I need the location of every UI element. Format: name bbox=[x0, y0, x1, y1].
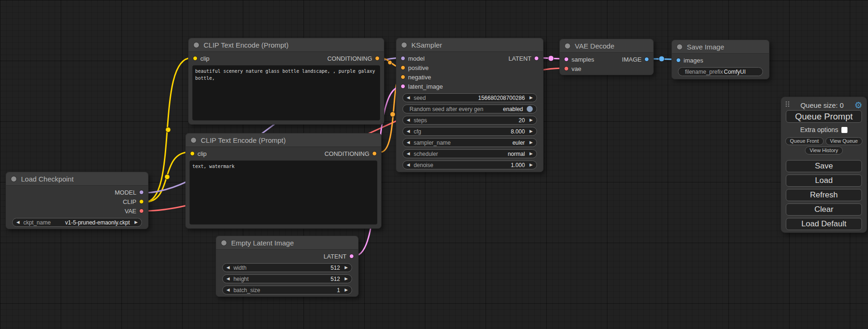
node-clip-text-encode-negative[interactable]: CLIP Text Encode (Prompt) clip CONDITION… bbox=[185, 133, 381, 229]
ckpt-name-widget[interactable]: ◀ ckpt_name v1-5-pruned-emaonly.ckpt ▶ bbox=[12, 218, 142, 227]
output-slot-image[interactable]: IMAGE bbox=[622, 56, 649, 63]
height-widget[interactable]: ◀ height 512 ▶ bbox=[222, 274, 352, 283]
node-save-image[interactable]: Save Image images filename_prefix ComfyU… bbox=[671, 40, 769, 79]
drag-handle-icon[interactable] bbox=[785, 101, 790, 109]
load-button[interactable]: Load bbox=[786, 175, 862, 187]
decrement-arrow-icon[interactable]: ◀ bbox=[226, 288, 230, 292]
settings-gear-icon[interactable]: ⚙ bbox=[854, 101, 862, 110]
samples-input-dot[interactable] bbox=[564, 57, 569, 62]
input-slot-images[interactable]: images bbox=[676, 57, 703, 64]
save-button[interactable]: Save bbox=[786, 160, 862, 172]
increment-arrow-icon[interactable]: ▶ bbox=[529, 140, 533, 145]
decrement-arrow-icon[interactable]: ◀ bbox=[16, 220, 20, 224]
clip-output-dot[interactable] bbox=[139, 199, 144, 204]
increment-arrow-icon[interactable]: ▶ bbox=[529, 163, 533, 167]
filename-prefix-widget[interactable]: filename_prefix ComfyUI bbox=[678, 67, 763, 76]
scheduler-widget[interactable]: ◀ scheduler normal ▶ bbox=[402, 149, 537, 158]
output-slot-latent[interactable]: LATENT bbox=[324, 253, 354, 260]
input-slot-model[interactable]: model bbox=[401, 55, 424, 62]
input-slot-vae[interactable]: vae bbox=[564, 65, 581, 72]
node-header[interactable]: CLIP Text Encode (Prompt) bbox=[189, 38, 384, 52]
decrement-arrow-icon[interactable]: ◀ bbox=[407, 118, 410, 122]
cfg-widget[interactable]: ◀ cfg 8.000 ▶ bbox=[402, 127, 537, 136]
output-slot-latent[interactable]: LATENT bbox=[508, 55, 539, 62]
input-slot-samples[interactable]: samples bbox=[564, 56, 594, 63]
decrement-arrow-icon[interactable]: ◀ bbox=[407, 163, 410, 167]
node-ksampler[interactable]: KSampler model LATENT positive negative … bbox=[396, 38, 543, 172]
positive-input-dot[interactable] bbox=[401, 65, 405, 70]
toggle-dot-icon[interactable] bbox=[527, 106, 533, 112]
image-output-dot[interactable] bbox=[644, 57, 649, 62]
node-header[interactable]: Load Checkpoint bbox=[6, 172, 148, 186]
steps-widget[interactable]: ◀ steps 20 ▶ bbox=[402, 116, 537, 125]
collapse-dot-icon[interactable] bbox=[565, 43, 571, 49]
node-header[interactable]: KSampler bbox=[396, 38, 543, 52]
queue-front-button[interactable]: Queue Front bbox=[785, 137, 824, 145]
clip-input-dot[interactable] bbox=[193, 56, 198, 61]
images-input-dot[interactable] bbox=[676, 58, 681, 63]
batch-size-widget[interactable]: ◀ batch_size 1 ▶ bbox=[222, 286, 352, 294]
clear-button[interactable]: Clear bbox=[786, 203, 862, 216]
increment-arrow-icon[interactable]: ▶ bbox=[529, 152, 533, 156]
decrement-arrow-icon[interactable]: ◀ bbox=[407, 152, 410, 156]
refresh-button[interactable]: Refresh bbox=[786, 189, 862, 201]
view-queue-button[interactable]: View Queue bbox=[826, 137, 863, 145]
vae-input-dot[interactable] bbox=[564, 66, 569, 71]
denoise-widget[interactable]: ◀ denoise 1.000 ▶ bbox=[402, 161, 537, 169]
queue-prompt-button[interactable]: Queue Prompt bbox=[786, 110, 862, 123]
node-header[interactable]: VAE Decode bbox=[560, 39, 653, 53]
output-slot-vae[interactable]: VAE bbox=[125, 208, 144, 215]
node-load-checkpoint[interactable]: Load Checkpoint MODEL CLIP VAE ◀ ckpt_na… bbox=[6, 172, 148, 229]
latent-output-dot[interactable] bbox=[349, 254, 354, 259]
output-slot-model[interactable]: MODEL bbox=[115, 189, 144, 196]
decrement-arrow-icon[interactable]: ◀ bbox=[407, 96, 410, 100]
collapse-dot-icon[interactable] bbox=[221, 240, 227, 246]
increment-arrow-icon[interactable]: ▶ bbox=[529, 96, 533, 100]
vae-output-dot[interactable] bbox=[139, 209, 144, 213]
node-header[interactable]: CLIP Text Encode (Prompt) bbox=[186, 133, 381, 147]
input-slot-positive[interactable]: positive bbox=[401, 64, 429, 71]
prompt-textarea[interactable]: beautiful scenery nature glass bottle la… bbox=[192, 65, 380, 120]
latent-output-dot[interactable] bbox=[534, 56, 539, 61]
prompt-textarea[interactable]: text, watermark bbox=[190, 161, 377, 224]
collapse-dot-icon[interactable] bbox=[193, 42, 199, 48]
random-seed-toggle-widget[interactable]: Random seed after every gen enabled bbox=[402, 105, 537, 113]
input-slot-clip[interactable]: clip bbox=[193, 55, 210, 62]
view-history-button[interactable]: View History bbox=[805, 147, 843, 154]
conditioning-output-dot[interactable] bbox=[375, 56, 380, 61]
node-empty-latent-image[interactable]: Empty Latent Image LATENT ◀ width 512 ▶ … bbox=[216, 236, 359, 297]
negative-input-dot[interactable] bbox=[401, 75, 405, 79]
decrement-arrow-icon[interactable]: ◀ bbox=[226, 266, 230, 270]
conditioning-output-dot[interactable] bbox=[372, 151, 377, 156]
latent-image-input-dot[interactable] bbox=[401, 84, 405, 89]
decrement-arrow-icon[interactable]: ◀ bbox=[407, 140, 410, 145]
decrement-arrow-icon[interactable]: ◀ bbox=[226, 277, 230, 281]
queue-panel[interactable]: Queue size: 0 ⚙ Queue Prompt Extra optio… bbox=[781, 97, 867, 233]
seed-widget[interactable]: ◀ seed 156680208700286 ▶ bbox=[402, 93, 537, 102]
comfyui-canvas[interactable]: { "colors": { "model": "#B39DDB", "clip"… bbox=[0, 0, 868, 329]
increment-arrow-icon[interactable]: ▶ bbox=[134, 220, 138, 224]
collapse-dot-icon[interactable] bbox=[11, 176, 17, 182]
model-output-dot[interactable] bbox=[139, 190, 144, 195]
extra-options-checkbox[interactable] bbox=[841, 127, 847, 133]
increment-arrow-icon[interactable]: ▶ bbox=[345, 266, 348, 270]
collapse-dot-icon[interactable] bbox=[401, 42, 407, 48]
increment-arrow-icon[interactable]: ▶ bbox=[345, 277, 348, 281]
clip-input-dot[interactable] bbox=[190, 151, 195, 156]
input-slot-latent-image[interactable]: latent_image bbox=[401, 83, 443, 90]
increment-arrow-icon[interactable]: ▶ bbox=[529, 129, 533, 133]
decrement-arrow-icon[interactable]: ◀ bbox=[407, 129, 410, 133]
model-input-dot[interactable] bbox=[401, 56, 405, 61]
sampler-name-widget[interactable]: ◀ sampler_name euler ▶ bbox=[402, 138, 537, 147]
node-clip-text-encode-positive[interactable]: CLIP Text Encode (Prompt) clip CONDITION… bbox=[188, 38, 384, 125]
increment-arrow-icon[interactable]: ▶ bbox=[529, 118, 533, 122]
load-default-button[interactable]: Load Default bbox=[786, 218, 862, 230]
node-vae-decode[interactable]: VAE Decode samples IMAGE vae bbox=[559, 39, 654, 75]
input-slot-clip[interactable]: clip bbox=[190, 150, 207, 157]
increment-arrow-icon[interactable]: ▶ bbox=[345, 288, 348, 292]
collapse-dot-icon[interactable] bbox=[191, 137, 197, 143]
node-header[interactable]: Empty Latent Image bbox=[216, 236, 358, 250]
collapse-dot-icon[interactable] bbox=[677, 44, 683, 50]
input-slot-negative[interactable]: negative bbox=[401, 74, 431, 81]
output-slot-clip[interactable]: CLIP bbox=[123, 198, 144, 205]
